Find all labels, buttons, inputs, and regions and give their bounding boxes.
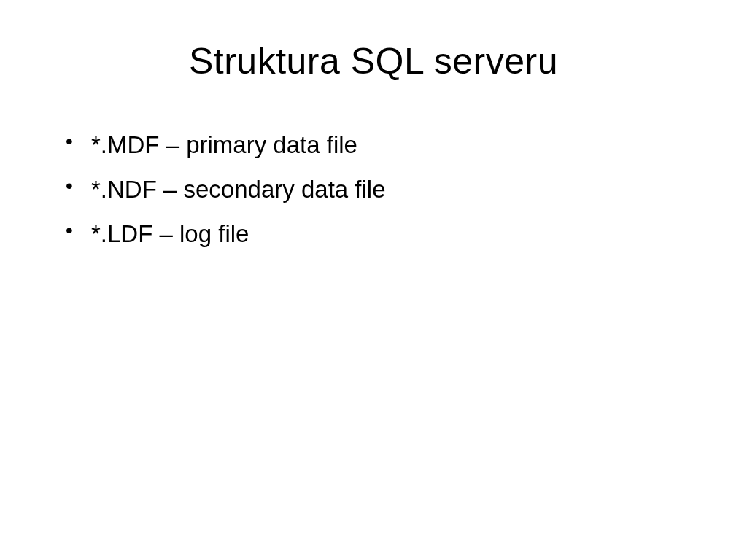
slide-title: Struktura SQL serveru (44, 40, 703, 82)
slide-container: Struktura SQL serveru *.MDF – primary da… (0, 0, 747, 560)
list-item: *.NDF – secondary data file (66, 167, 703, 211)
list-item: *.LDF – log file (66, 211, 703, 256)
bullet-list: *.MDF – primary data file *.NDF – second… (66, 122, 703, 256)
list-item: *.MDF – primary data file (66, 122, 703, 167)
slide-content: *.MDF – primary data file *.NDF – second… (44, 122, 703, 256)
